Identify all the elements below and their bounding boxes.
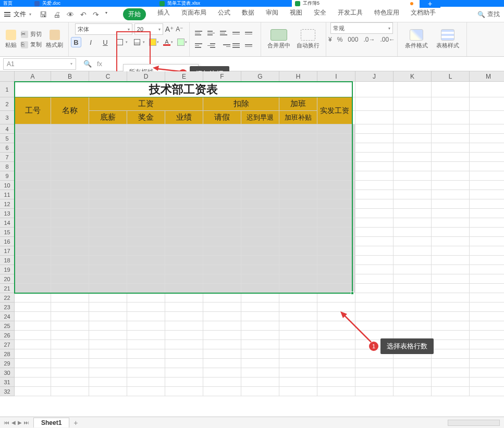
cell[interactable] [470, 134, 504, 143]
row-header-1[interactable]: 1 [0, 82, 15, 97]
cell[interactable] [241, 368, 279, 377]
cell[interactable] [279, 199, 317, 209]
cell[interactable] [470, 359, 504, 368]
cell[interactable] [432, 312, 470, 321]
cell[interactable] [279, 256, 317, 265]
fill-color-button[interactable]: ▾ [149, 39, 159, 46]
cell[interactable] [203, 124, 241, 134]
cell[interactable] [394, 237, 432, 246]
cell[interactable] [241, 303, 279, 312]
cell[interactable] [203, 199, 241, 209]
cell[interactable] [470, 349, 504, 359]
cell[interactable] [165, 331, 203, 340]
border-button[interactable]: ▾ [115, 37, 128, 47]
currency-button[interactable]: ¥ [328, 36, 332, 43]
align-top-button[interactable] [195, 28, 205, 39]
cell[interactable] [89, 134, 127, 143]
cell[interactable] [394, 124, 432, 134]
row-header-12[interactable]: 12 [0, 199, 15, 209]
cell[interactable] [241, 256, 279, 265]
header-netpay[interactable]: 实发工资 [317, 97, 352, 124]
cell[interactable] [394, 228, 432, 237]
cell[interactable] [89, 349, 127, 359]
sheet-nav-next[interactable]: ▶ [18, 420, 22, 425]
cell[interactable] [241, 190, 279, 199]
cell[interactable] [51, 228, 89, 237]
merge-center-button[interactable]: 合并居中 [264, 29, 293, 49]
cell[interactable] [89, 256, 127, 265]
cell[interactable] [470, 246, 504, 256]
header-salary-group[interactable]: 工资 [89, 97, 203, 111]
cell[interactable] [432, 134, 470, 143]
col-header-H[interactable]: H [279, 71, 317, 82]
file-dropdown-icon[interactable]: ▾ [29, 12, 31, 17]
cell[interactable] [165, 349, 203, 359]
cell[interactable] [432, 111, 470, 124]
cell[interactable] [432, 387, 470, 396]
cell[interactable] [279, 218, 317, 228]
cell[interactable] [51, 340, 89, 349]
search-label[interactable]: 查找 [487, 10, 500, 19]
cell[interactable] [51, 256, 89, 265]
cell[interactable] [394, 368, 432, 377]
cell[interactable] [165, 218, 203, 228]
cell[interactable] [394, 359, 432, 368]
row-header-23[interactable]: 23 [0, 303, 15, 312]
col-header-M[interactable]: M [470, 71, 504, 82]
cell[interactable] [279, 274, 317, 284]
cell[interactable] [51, 293, 89, 303]
row-header-11[interactable]: 11 [0, 190, 15, 199]
cell[interactable] [241, 162, 279, 171]
cell[interactable] [51, 246, 89, 256]
undo-icon[interactable]: ↶ [80, 10, 87, 19]
col-header-A[interactable]: A [15, 71, 51, 82]
cell[interactable] [394, 162, 432, 171]
cell[interactable] [432, 181, 470, 190]
cell[interactable] [355, 162, 394, 171]
col-header-E[interactable]: E [165, 71, 203, 82]
paste-button[interactable]: 粘贴 [3, 22, 19, 56]
cell[interactable] [394, 321, 432, 331]
cell[interactable] [15, 181, 51, 190]
cell[interactable] [394, 97, 432, 111]
ribbon-dev[interactable]: 开发工具 [338, 8, 363, 20]
cell[interactable] [432, 237, 470, 246]
cell[interactable] [394, 312, 432, 321]
cell[interactable] [241, 246, 279, 256]
row-header-16[interactable]: 16 [0, 237, 15, 246]
cell[interactable] [15, 171, 51, 181]
cell[interactable] [127, 124, 165, 134]
cell[interactable] [317, 246, 355, 256]
header-name[interactable]: 名称 [51, 97, 89, 124]
cell[interactable] [51, 377, 89, 387]
cell[interactable] [127, 246, 165, 256]
cell[interactable] [165, 321, 203, 331]
cell[interactable] [355, 256, 394, 265]
cell[interactable] [317, 181, 355, 190]
cell[interactable] [89, 284, 127, 293]
cell[interactable] [470, 171, 504, 181]
cell[interactable] [470, 368, 504, 377]
header-late[interactable]: 迟到早退 [241, 111, 279, 124]
cell[interactable] [432, 265, 470, 274]
cell[interactable] [241, 209, 279, 218]
cell[interactable] [15, 321, 51, 331]
cell[interactable] [241, 293, 279, 303]
row-header-14[interactable]: 14 [0, 218, 15, 228]
cell[interactable] [241, 265, 279, 274]
cell[interactable] [89, 331, 127, 340]
cell[interactable] [89, 359, 127, 368]
cell[interactable] [279, 340, 317, 349]
tab-xlsx[interactable]: 简单工贤表.xlsx [156, 0, 292, 7]
cell[interactable] [355, 284, 394, 293]
cell[interactable] [127, 256, 165, 265]
cell[interactable] [165, 181, 203, 190]
font-size-select[interactable]: 20▾ [134, 23, 163, 35]
cell[interactable] [241, 312, 279, 321]
redo-icon[interactable]: ↷ [93, 10, 99, 19]
cell[interactable] [15, 218, 51, 228]
cell[interactable] [432, 171, 470, 181]
cell[interactable] [127, 134, 165, 143]
cell[interactable] [317, 284, 355, 293]
row-header-17[interactable]: 17 [0, 246, 15, 256]
